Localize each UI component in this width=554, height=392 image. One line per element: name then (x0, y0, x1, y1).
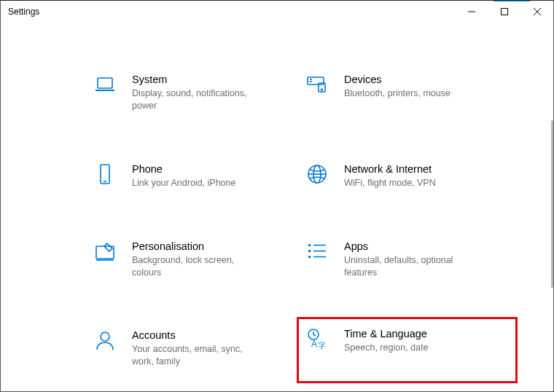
tile-desc: Your accounts, email, sync, work, family (132, 343, 263, 368)
tile-system[interactable]: System Display, sound, notifications, po… (93, 66, 297, 118)
tile-desc: WiFi, flight mode, VPN (344, 177, 436, 189)
tile-desc: Background, lock screen, colours (132, 254, 263, 279)
tile-devices[interactable]: Devices Bluetooth, printers, mouse (305, 66, 510, 118)
tile-desc: Uninstall, defaults, optional features (344, 254, 475, 279)
tile-title: Time & Language (344, 328, 428, 340)
svg-rect-16 (96, 246, 114, 259)
svg-text:字: 字 (318, 341, 326, 350)
personalisation-icon (93, 239, 117, 264)
tile-title: Apps (344, 240, 475, 252)
tile-desc: Speech, region, date (344, 342, 428, 354)
settings-grid: System Display, sound, notifications, po… (1, 23, 553, 391)
globe-icon (305, 162, 329, 187)
apps-list-icon (305, 239, 329, 264)
tile-desc: Bluetooth, printers, mouse (344, 87, 450, 100)
laptop-icon (93, 72, 117, 97)
tile-title: Network & Internet (344, 163, 436, 175)
tile-desc: Display, sound, notifications, power (132, 87, 263, 112)
tile-accounts[interactable]: Accounts Your accounts, email, sync, wor… (93, 322, 297, 374)
titlebar: Settings (1, 1, 553, 23)
tile-title: Accounts (132, 329, 263, 341)
svg-rect-20 (308, 250, 311, 252)
tile-desc: Link your Android, iPhone (132, 177, 235, 189)
svg-point-10 (321, 89, 323, 90)
svg-text:A: A (311, 339, 317, 349)
tile-network-internet[interactable]: Network & Internet WiFi, flight mode, VP… (305, 156, 510, 195)
close-button[interactable] (520, 1, 553, 23)
tile-personalisation[interactable]: Personalisation Background, lock screen,… (93, 233, 297, 285)
svg-rect-4 (98, 78, 112, 88)
tile-title: Phone (132, 163, 235, 175)
svg-rect-18 (308, 244, 311, 246)
svg-point-24 (101, 332, 109, 341)
minimize-button[interactable] (455, 1, 488, 23)
tile-time-language[interactable]: A字 Time & Language Speech, region, date (297, 318, 517, 383)
scrollbar-track[interactable] (550, 23, 553, 391)
svg-rect-11 (101, 165, 109, 184)
tile-apps[interactable]: Apps Uninstall, defaults, optional featu… (305, 233, 510, 285)
phone-icon (93, 162, 117, 187)
svg-rect-22 (308, 256, 311, 258)
window-controls (455, 1, 553, 23)
svg-rect-1 (501, 9, 507, 15)
devices-icon (305, 72, 329, 97)
time-language-icon: A字 (305, 326, 329, 351)
tile-title: Devices (344, 74, 450, 85)
scrollbar-thumb[interactable] (551, 120, 553, 288)
window-title: Settings (8, 7, 39, 17)
tile-title: Personalisation (132, 240, 263, 252)
settings-content: System Display, sound, notifications, po… (1, 23, 553, 391)
tile-title: System (132, 74, 263, 85)
maximize-button[interactable] (488, 1, 520, 23)
tile-phone[interactable]: Phone Link your Android, iPhone (93, 156, 297, 195)
svg-line-27 (313, 334, 316, 336)
person-icon (93, 328, 117, 353)
